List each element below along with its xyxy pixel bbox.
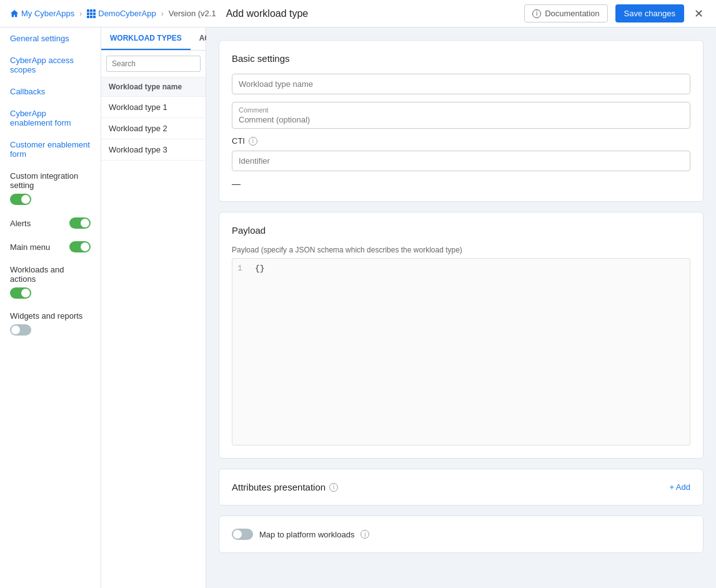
widgets-toggle[interactable] <box>10 324 31 336</box>
cti-info-icon[interactable]: i <box>249 137 257 146</box>
tab-workload-types[interactable]: WORKLOAD TYPES <box>101 27 191 50</box>
sidebar-item-widgets-and-reports[interactable]: Widgets and reports <box>0 305 101 342</box>
sidebar-item-customer-enablement-form[interactable]: Customer enablement form <box>0 134 101 165</box>
list-header: Workload type name <box>101 77 206 97</box>
info-circle-icon: i <box>532 9 541 18</box>
add-attribute-button[interactable]: + Add <box>669 482 690 492</box>
workloads-toggle[interactable] <box>10 287 31 299</box>
workload-name-input[interactable] <box>232 74 690 94</box>
layout: General settings CyberApp access scopes … <box>0 27 716 588</box>
cti-label: CTI <box>232 136 245 146</box>
attributes-info-icon[interactable]: i <box>329 483 338 492</box>
alerts-toggle[interactable] <box>69 217 91 229</box>
custom-integration-toggle[interactable] <box>10 194 31 205</box>
topbar: My CyberApps › DemoCyberApp › Version (v… <box>0 0 716 27</box>
identifier-field <box>232 151 690 171</box>
attributes-title: Attributes presentation <box>232 482 326 492</box>
comment-input[interactable] <box>239 115 684 124</box>
home-breadcrumb[interactable]: My CyberApps <box>10 9 74 18</box>
sidebar-item-workloads-and-actions[interactable]: Workloads and actions <box>0 259 101 305</box>
list-item-3[interactable]: Workload type 3 <box>101 139 206 161</box>
version-breadcrumb: Version (v2.1 <box>169 9 216 18</box>
line-code: {} <box>255 264 265 273</box>
cti-row: CTI i <box>232 136 690 146</box>
sidebar-item-callbacks[interactable]: Callbacks <box>0 81 101 102</box>
main-menu-toggle[interactable] <box>69 241 91 252</box>
payload-description: Payload (specify a JSON schema which des… <box>232 246 690 254</box>
basic-settings-title: Basic settings <box>232 53 690 64</box>
breadcrumb-sep-1: › <box>79 9 82 18</box>
attributes-presentation-card: Attributes presentation i + Add <box>219 469 704 506</box>
sidebar: General settings CyberApp access scopes … <box>0 27 101 588</box>
map-to-platform-label: Map to platform workloads <box>259 530 354 539</box>
middle-panel: WORKLOAD TYPES ACTIONS Workload type nam… <box>101 27 206 588</box>
sidebar-item-custom-integration-setting[interactable]: Custom integration setting <box>0 165 101 211</box>
sidebar-item-alerts[interactable]: Alerts <box>0 211 101 235</box>
version-label: Version (v2.1 <box>169 9 216 18</box>
sidebar-item-cyberapp-access-scopes[interactable]: CyberApp access scopes <box>0 49 101 81</box>
map-to-platform-row: Map to platform workloads i <box>232 529 690 540</box>
list-item-2[interactable]: Workload type 2 <box>101 118 206 139</box>
tabs-bar: WORKLOAD TYPES ACTIONS <box>101 27 206 51</box>
dash-separator: — <box>232 179 690 189</box>
payload-card: Payload Payload (specify a JSON schema w… <box>219 212 704 459</box>
comment-label: Comment <box>239 106 684 114</box>
dialog-title: Add workload type <box>226 8 520 19</box>
list-item-1[interactable]: Workload type 1 <box>101 97 206 118</box>
save-changes-button[interactable]: Save changes <box>615 4 684 22</box>
sidebar-item-cyberapp-enablement-form[interactable]: CyberApp enablement form <box>0 102 101 134</box>
topbar-actions: i Documentation Save changes ✕ <box>524 4 706 23</box>
main-content: Basic settings Comment CTI i — Payload <box>206 27 716 588</box>
app-label: DemoCyberApp <box>98 9 156 18</box>
grid-icon <box>87 9 96 18</box>
payload-editor[interactable]: 1 {} <box>232 258 690 446</box>
map-to-platform-card: Map to platform workloads i <box>219 516 704 553</box>
breadcrumb-sep-2: › <box>161 9 164 18</box>
sidebar-item-general-settings[interactable]: General settings <box>0 27 101 49</box>
home-label: My CyberApps <box>21 9 74 18</box>
identifier-input[interactable] <box>232 151 690 171</box>
map-to-platform-info-icon[interactable]: i <box>360 530 369 539</box>
comment-field: Comment <box>232 102 690 129</box>
search-box <box>101 51 206 77</box>
attributes-header-row: Attributes presentation i + Add <box>232 482 690 492</box>
documentation-button[interactable]: i Documentation <box>524 4 607 22</box>
payload-title: Payload <box>232 225 690 236</box>
search-input[interactable] <box>106 56 201 72</box>
basic-settings-card: Basic settings Comment CTI i — <box>219 40 704 202</box>
close-button[interactable]: ✕ <box>692 4 706 23</box>
line-number: 1 <box>237 264 247 273</box>
sidebar-item-main-menu[interactable]: Main menu <box>0 235 101 259</box>
workload-name-field <box>232 74 690 94</box>
map-to-platform-toggle[interactable] <box>232 529 253 540</box>
app-breadcrumb[interactable]: DemoCyberApp <box>87 9 156 18</box>
code-line-1: 1 {} <box>237 264 685 273</box>
